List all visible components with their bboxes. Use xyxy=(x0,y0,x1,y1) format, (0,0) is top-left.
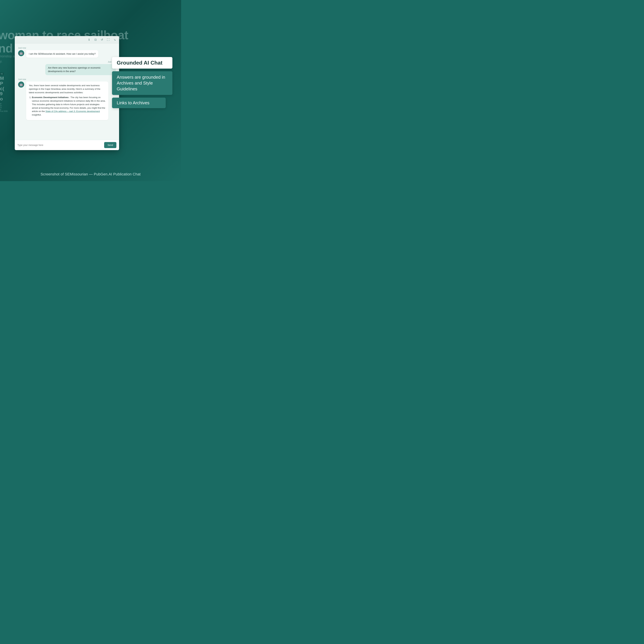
bot-avatar-icon: 🤖 xyxy=(19,51,23,55)
response-intro: Yes, there have been several notable dev… xyxy=(29,84,100,94)
bot-avatar-icon-2: 🤖 xyxy=(19,83,23,86)
archive-link[interactable]: State of City address -- part 3: Economi… xyxy=(45,110,100,113)
sidebar-news-content: NE MPc(9o MancewPost 3838. xyxy=(0,72,17,112)
user-message-group: Just now Are there any new business open… xyxy=(18,61,116,75)
response-list-item-1: Economic Development Initiatives : The c… xyxy=(32,96,106,117)
response-list: Economic Development Initiatives : The c… xyxy=(29,96,106,117)
refresh-icon[interactable]: ↺ xyxy=(100,38,104,42)
annotation-label-3-text: Links to Archives xyxy=(117,100,149,105)
list-item-title: Economic Development Initiatives xyxy=(32,96,69,99)
bot-greeting-bubble: I am the SEMissourian AI assistant. How … xyxy=(26,50,98,58)
news-title: MPc(9o xyxy=(0,76,17,102)
bot-avatar: 🤖 xyxy=(18,50,24,56)
bot-response-group: Just now 🤖 Yes, there have been several … xyxy=(18,78,116,120)
chat-window: ℹ ⊡ ↺ ⛶ ↘ Just now 🤖 I am the SEMissouri… xyxy=(15,36,119,150)
bot-greeting-group: Just now 🤖 I am the SEMissourian AI assi… xyxy=(18,47,116,58)
caption-text: Screenshot of SEMissourian — PubGen.AI P… xyxy=(41,172,141,176)
chat-input-area: Send xyxy=(15,140,119,150)
bot-response-row: 🤖 Yes, there have been several notable d… xyxy=(18,82,116,120)
bot-avatar-2: 🤖 xyxy=(18,82,24,88)
bottom-caption: Screenshot of SEMissourian — PubGen.AI P… xyxy=(0,172,181,176)
greeting-timestamp: Just now xyxy=(18,47,116,49)
fullscreen-icon[interactable]: ⛶ xyxy=(106,38,110,42)
news-badge: NE xyxy=(0,73,4,75)
expand-icon[interactable]: ↘ xyxy=(113,38,116,42)
chat-messages: Just now 🤖 I am the SEMissourian AI assi… xyxy=(15,43,119,140)
answers-grounded-label: Answers are grounded in Archives and Sty… xyxy=(112,71,172,95)
list-item-suffix: insightful. xyxy=(32,114,41,116)
annotation-label-1-text: Grounded AI Chat xyxy=(117,60,163,66)
chat-input[interactable] xyxy=(17,144,102,146)
bot-greeting-row: 🤖 I am the SEMissourian AI assistant. Ho… xyxy=(18,50,116,58)
info-icon[interactable]: ℹ xyxy=(87,38,91,42)
annotation-label-2-text: Answers are grounded in Archives and Sty… xyxy=(117,75,165,91)
cast-icon[interactable]: ⊡ xyxy=(94,38,97,42)
chat-toolbar: ℹ ⊡ ↺ ⛶ ↘ xyxy=(15,36,119,43)
response-timestamp: Just now xyxy=(18,78,116,81)
links-to-archives-label: Links to Archives xyxy=(112,98,166,108)
news-meta: MancewPost 3838. xyxy=(0,103,17,112)
send-button[interactable]: Send xyxy=(104,142,116,148)
bot-response-bubble: Yes, there have been several notable dev… xyxy=(26,82,108,120)
grounded-ai-chat-label: Grounded AI Chat xyxy=(112,57,172,69)
user-bubble: Are there any new business openings or e… xyxy=(45,64,116,75)
annotation-container: Grounded AI Chat Answers are grounded in… xyxy=(112,57,172,108)
